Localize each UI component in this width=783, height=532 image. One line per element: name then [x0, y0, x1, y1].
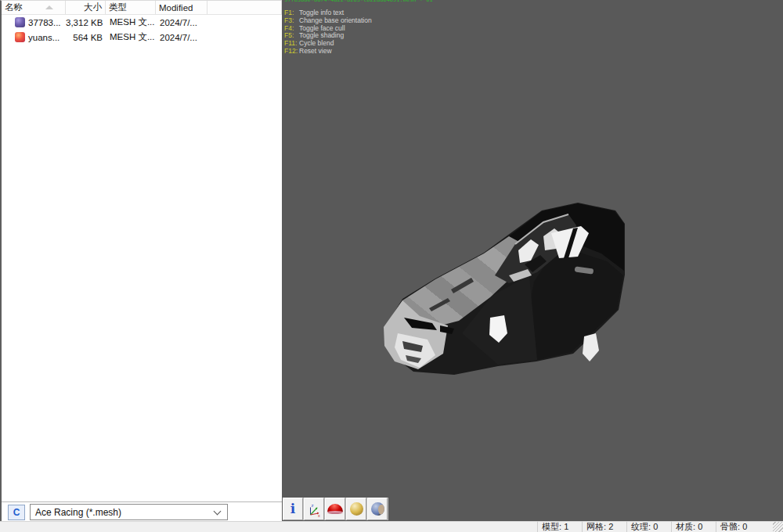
file-browser-panel: 名称 大小 类型 Modified 37783... 3,312 KB MESH…	[0, 0, 282, 521]
mesh-file-icon	[15, 32, 25, 42]
status-materials-value: 0	[698, 522, 702, 531]
svg-text:x: x	[318, 512, 320, 517]
mesh-viewer-window: 名称 大小 类型 Modified 37783... 3,312 KB MESH…	[0, 0, 783, 532]
hotkey-help: F1:Toggle info text F3:Change base orien…	[284, 9, 372, 56]
resize-grip[interactable]	[773, 522, 783, 532]
file-size: 564 KB	[66, 33, 106, 42]
file-type-dropdown-value: Ace Racing (*.mesh)	[35, 507, 121, 518]
shading-sphere-icon	[350, 502, 363, 516]
hotkey-action: Cycle blend	[299, 39, 334, 47]
status-bones-label: 骨骼:	[720, 522, 740, 531]
file-size: 3,312 KB	[66, 18, 106, 27]
car-model	[376, 200, 626, 376]
hotkey-key: F12:	[284, 48, 299, 56]
status-textures-value: 0	[653, 522, 658, 531]
status-meshes-label: 网格:	[586, 522, 606, 531]
status-bar: 模型: 1 网格: 2 纹理: 0 材质: 0 骨骼: 0	[0, 521, 783, 532]
info-toggle-button[interactable]: i	[283, 498, 303, 520]
file-type: MESH 文...	[106, 16, 156, 28]
column-header-modified-label: Modified	[159, 3, 193, 13]
hotkey-action: Toggle face cull	[299, 24, 345, 32]
file-row[interactable]: yuans... 564 KB MESH 文... 2024/7/...	[2, 30, 282, 45]
column-header-type-label: 类型	[109, 2, 127, 13]
status-materials-label: 材质:	[676, 522, 695, 531]
status-materials: 材质: 0	[671, 521, 716, 532]
status-models-value: 1	[564, 522, 568, 531]
column-header-filler	[207, 1, 282, 14]
filter-bar: C Ace Racing (*.mesh)	[2, 501, 282, 522]
hotkey-action: Toggle shading	[299, 31, 344, 39]
viewport-toolbar: i z x	[283, 498, 388, 520]
column-header-name-label: 名称	[5, 2, 23, 13]
viewport-3d[interactable]: 3778388e-8674-4a22-8285-cb22a6b4651.mesh…	[282, 0, 783, 521]
blend-textured-sphere-icon	[371, 502, 384, 516]
column-header-type[interactable]: 类型	[106, 1, 156, 14]
info-icon: i	[290, 502, 295, 516]
refresh-button[interactable]: C	[8, 505, 25, 520]
mesh-title: 3778388e-8674-4a22-8285-cb22a6b4651.mesh…	[284, 0, 433, 3]
hotkey-action: Change base orientation	[299, 16, 372, 24]
column-header-modified[interactable]: Modified	[156, 1, 207, 14]
status-models-label: 模型:	[542, 522, 561, 531]
file-name: 37783...	[28, 18, 61, 27]
column-header-size[interactable]: 大小	[66, 1, 106, 14]
chevron-down-icon	[214, 508, 222, 516]
file-type: MESH 文...	[106, 31, 156, 43]
status-meshes-value: 2	[608, 522, 613, 531]
hotkey-action: Toggle info text	[299, 9, 344, 16]
status-textures-label: 纹理:	[631, 522, 651, 531]
hotkey-action: Reset view	[299, 47, 332, 55]
column-header-size-label: 大小	[84, 2, 102, 13]
status-bones-value: 0	[742, 522, 747, 531]
orientation-button[interactable]: z x	[304, 498, 324, 520]
refresh-icon: C	[13, 507, 20, 518]
file-type-dropdown[interactable]: Ace Racing (*.mesh)	[30, 504, 228, 520]
file-row[interactable]: 37783... 3,312 KB MESH 文... 2024/7/...	[2, 15, 282, 30]
status-models: 模型: 1	[537, 521, 582, 532]
column-header-name[interactable]: 名称	[2, 1, 66, 14]
mesh-file-icon	[15, 17, 25, 27]
face-cull-button[interactable]	[325, 498, 345, 520]
file-list-header: 名称 大小 类型 Modified	[2, 1, 282, 15]
file-modified: 2024/7/...	[156, 18, 207, 27]
file-modified: 2024/7/...	[156, 33, 207, 42]
status-textures: 纹理: 0	[626, 521, 671, 532]
sort-ascending-icon	[45, 5, 53, 9]
svg-text:z: z	[312, 502, 314, 507]
blend-button[interactable]	[367, 498, 388, 520]
axes-icon: z x	[306, 501, 322, 517]
shading-button[interactable]	[346, 498, 366, 520]
face-cull-dome-icon	[327, 504, 343, 514]
status-meshes: 网格: 2	[582, 521, 626, 532]
status-bones: 骨骼: 0	[716, 521, 760, 532]
file-name: yuans...	[28, 33, 60, 42]
